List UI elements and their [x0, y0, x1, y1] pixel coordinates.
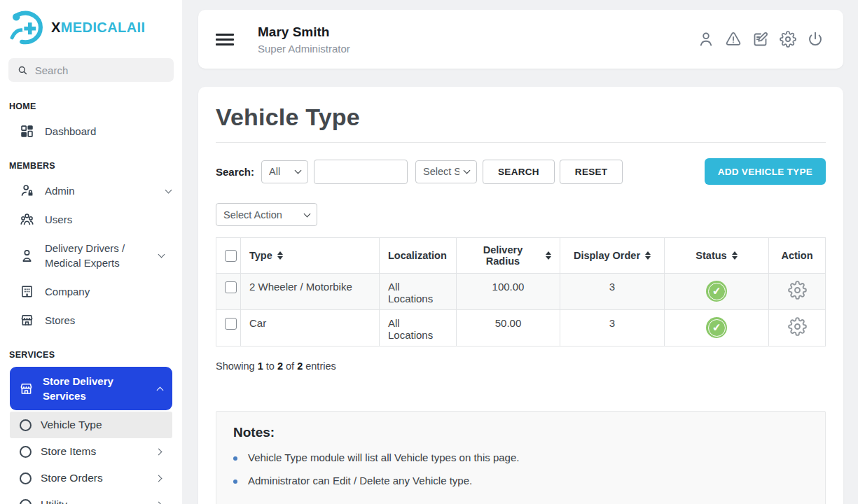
chevron-down-icon	[165, 186, 172, 193]
brand-logo[interactable]: XMEDICALAII	[0, 0, 182, 51]
row-checkbox[interactable]	[225, 318, 237, 330]
row-action-gear-icon[interactable]	[788, 281, 807, 300]
menu-toggle-button[interactable]	[216, 31, 234, 48]
cell-display-order: 3	[560, 310, 665, 346]
search-label: Search:	[216, 166, 254, 178]
bullet-icon	[233, 479, 237, 484]
storefront-icon	[20, 313, 34, 328]
search-field-select[interactable]: All	[261, 160, 308, 183]
circle-icon	[20, 499, 32, 504]
sidebar-item-store-delivery-services[interactable]: Store Delivery Services	[10, 367, 172, 410]
section-label-services: SERVICES	[0, 335, 182, 365]
notes-box: Notes: Vehicle Type module will list all…	[216, 411, 826, 504]
add-vehicle-type-button[interactable]: ADD VEHICLE TYPE	[705, 158, 826, 185]
chevron-down-icon	[464, 167, 471, 174]
sidebar-search[interactable]	[8, 58, 174, 82]
cell-localization: All Locations	[380, 274, 457, 310]
table-row: Car All Locations 50.00 3 ✔	[216, 310, 826, 346]
search-keyword-input[interactable]	[314, 160, 408, 184]
column-header-action: Action	[769, 238, 826, 274]
sidebar-item-delivery-drivers[interactable]: Delivery Drivers / Medical Experts	[0, 234, 175, 277]
select-all-checkbox[interactable]	[225, 250, 237, 262]
vehicle-type-table: Type Localization Delivery Radius Displa…	[216, 237, 826, 346]
sidebar: XMEDICALAII HOME Dashboard MEMBERS Admin…	[0, 0, 182, 504]
sidebar-search-input[interactable]	[35, 64, 165, 76]
user-block: Mary Smith Super Administrator	[258, 24, 350, 55]
notes-title: Notes:	[233, 425, 808, 440]
filter-row: Search: All Select Stat SEARCH RESET ADD…	[216, 158, 826, 185]
note-item: Vehicle Type module will list all Vehicl…	[233, 451, 808, 463]
circle-icon	[20, 472, 32, 484]
status-active-badge[interactable]: ✔	[706, 281, 727, 302]
sidebar-subitem-utility[interactable]: Utility	[10, 491, 172, 504]
column-header-type[interactable]: Type	[241, 238, 380, 274]
circle-icon	[20, 419, 32, 431]
cell-delivery-radius: 100.00	[457, 274, 560, 310]
cell-type: 2 Wheeler / Motorbike	[241, 274, 380, 310]
table-header-row: Type Localization Delivery Radius Displa…	[216, 238, 826, 274]
section-label-members: MEMBERS	[0, 146, 182, 176]
user-name: Mary Smith	[258, 24, 350, 40]
cell-display-order: 3	[560, 274, 665, 310]
sort-icon	[277, 251, 283, 260]
topbar-icons	[698, 31, 824, 48]
sidebar-item-admin[interactable]: Admin	[0, 176, 182, 205]
row-checkbox[interactable]	[225, 281, 237, 293]
brand-mark-icon	[8, 9, 45, 46]
profile-icon[interactable]	[698, 31, 714, 48]
sort-icon	[645, 251, 651, 260]
bullet-icon	[233, 456, 237, 461]
sort-icon	[732, 251, 738, 260]
search-button[interactable]: SEARCH	[483, 160, 555, 184]
status-active-badge[interactable]: ✔	[706, 317, 727, 338]
user-role: Super Administrator	[258, 43, 350, 55]
sort-icon	[546, 251, 551, 260]
status-filter-select[interactable]: Select Stat	[415, 160, 477, 183]
search-icon	[17, 64, 29, 77]
sidebar-item-dashboard[interactable]: Dashboard	[0, 117, 182, 146]
form-edit-icon[interactable]	[752, 31, 769, 48]
cell-delivery-radius: 50.00	[457, 310, 560, 346]
sidebar-item-company[interactable]: Company	[0, 277, 182, 306]
sidebar-item-stores[interactable]: Stores	[0, 306, 182, 335]
alert-icon[interactable]	[725, 31, 742, 48]
storefront-icon	[19, 382, 34, 396]
note-item: Administrator can Edit / Delete any Vehi…	[233, 475, 808, 486]
section-label-home: HOME	[0, 86, 182, 117]
company-building-icon	[20, 284, 34, 299]
topbar: Mary Smith Super Administrator	[198, 10, 843, 69]
settings-gear-icon[interactable]	[780, 31, 796, 48]
chevron-right-icon	[155, 475, 162, 482]
table-row: 2 Wheeler / Motorbike All Locations 100.…	[216, 274, 826, 310]
column-header-status[interactable]: Status	[665, 238, 769, 274]
row-action-gear-icon[interactable]	[788, 317, 807, 336]
brand-wordmark: XMEDICALAII	[51, 20, 145, 36]
sidebar-subitem-store-orders[interactable]: Store Orders	[10, 465, 172, 491]
sidebar-subitem-vehicle-type[interactable]: Vehicle Type	[10, 412, 172, 438]
bulk-action-select[interactable]: Select Action	[216, 203, 317, 226]
dashboard-icon	[20, 124, 34, 139]
chevron-down-icon	[295, 167, 302, 174]
column-header-localization: Localization	[380, 238, 457, 274]
main-area: Mary Smith Super Administrator Vehicle T…	[182, 0, 858, 504]
chevron-up-icon	[157, 386, 164, 393]
column-header-display-order[interactable]: Display Order	[560, 238, 665, 274]
sidebar-item-users[interactable]: Users	[0, 205, 182, 234]
chevron-right-icon	[155, 501, 162, 504]
admin-user-lock-icon	[20, 183, 34, 198]
column-header-delivery-radius[interactable]: Delivery Radius	[457, 238, 560, 274]
chevron-right-icon	[155, 448, 162, 455]
cell-type: Car	[241, 310, 380, 346]
driver-person-icon	[20, 248, 34, 263]
cell-localization: All Locations	[380, 310, 457, 346]
content-card: Vehicle Type Search: All Select Stat SEA…	[198, 87, 843, 504]
reset-button[interactable]: RESET	[560, 160, 623, 184]
power-icon[interactable]	[807, 31, 824, 48]
circle-icon	[20, 446, 32, 458]
bulk-action-row: Select Action	[216, 203, 826, 226]
chevron-down-icon	[304, 210, 311, 217]
page-title: Vehicle Type	[216, 104, 826, 143]
sidebar-subitem-store-items[interactable]: Store Items	[10, 438, 172, 465]
users-group-icon	[20, 212, 34, 227]
chevron-down-icon	[158, 251, 165, 258]
